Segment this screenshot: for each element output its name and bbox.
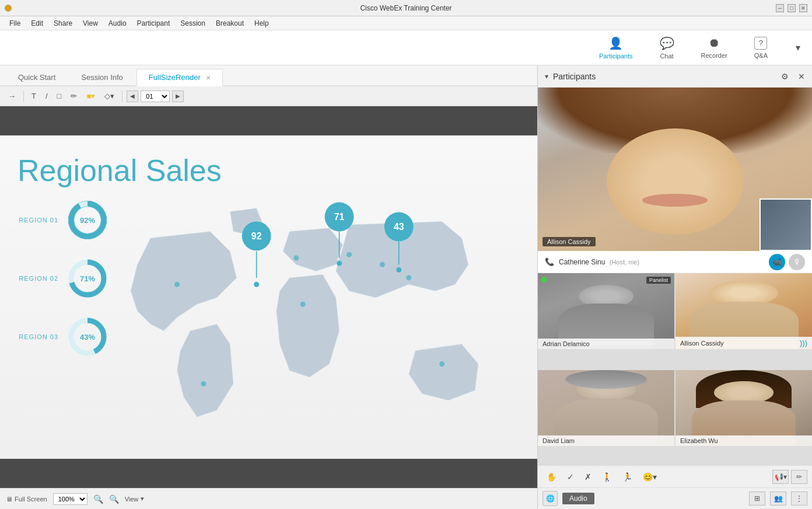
tabs-bar: Quick Start Session Info FullSizeRender … — [0, 65, 537, 86]
map-area: 92 71 43 — [111, 188, 508, 447]
participant-thumb-david — [538, 370, 674, 446]
page-select[interactable]: 01 — [141, 90, 170, 102]
emoji-button[interactable]: 😊▾ — [639, 470, 661, 484]
participants-icon: 👤 — [608, 36, 623, 50]
nav-recorder[interactable]: ⏺ Recorder — [696, 34, 732, 61]
host-video-button[interactable]: 📹 — [769, 254, 785, 270]
svg-text:92: 92 — [251, 231, 262, 241]
audio-icon-button[interactable]: 🌐 — [542, 491, 558, 506]
svg-point-9 — [174, 282, 180, 287]
participant-thumb-adrian — [538, 273, 674, 349]
menu-share[interactable]: Share — [49, 18, 77, 29]
broadcast-button[interactable]: 📢▾ — [772, 470, 789, 484]
nav-more-chevron[interactable]: ▾ — [796, 42, 800, 53]
nav-qa[interactable]: ? Q&A — [750, 34, 772, 61]
participants-collapse-chevron[interactable]: ▾ — [545, 72, 548, 81]
region-02-value: 71% — [80, 274, 95, 283]
close-hand-button[interactable]: ✗ — [580, 470, 596, 484]
view-label[interactable]: View ▾ — [125, 495, 145, 503]
menu-session[interactable]: Session — [176, 18, 210, 29]
menu-file[interactable]: File — [5, 18, 25, 29]
pointer-button[interactable]: ✏ — [791, 470, 807, 484]
draw-next-button[interactable]: ▶ — [172, 90, 184, 102]
window-controls: ─ □ ✕ — [776, 4, 807, 12]
secondary-video-feed — [760, 198, 812, 251]
minimize-button[interactable]: ─ — [776, 4, 784, 12]
svg-point-16 — [201, 381, 206, 386]
svg-point-14 — [406, 275, 411, 280]
participants-settings-icon[interactable]: ⚙ — [781, 72, 789, 81]
slide-bottom-bar — [0, 459, 537, 488]
participant-name-allison: Allison Cassidy ))) — [676, 337, 812, 349]
region-03-value: 43% — [80, 333, 95, 341]
tab-close-icon[interactable]: ✕ — [206, 75, 211, 81]
grid-view-button[interactable]: ⊞ — [749, 491, 765, 505]
recorder-icon: ⏺ — [708, 36, 720, 50]
window-dot — [5, 5, 12, 12]
draw-rect-tool[interactable]: □ — [54, 90, 65, 102]
svg-text:43: 43 — [394, 222, 404, 232]
menu-bar: File Edit Share View Audio Participant S… — [0, 16, 812, 30]
menu-breakout[interactable]: Breakout — [211, 18, 249, 29]
host-mic-button[interactable]: 🎙 — [789, 254, 805, 270]
checkmark-button[interactable]: ✓ — [563, 470, 578, 484]
more-options-button[interactable]: ⋮ — [791, 491, 807, 505]
zoom-out-button[interactable]: 🔍 — [109, 494, 119, 504]
nav-qa-label: Q&A — [754, 52, 768, 59]
draw-pen-tool[interactable]: ✏ — [67, 90, 80, 102]
raise-hand-button[interactable]: ✋ — [542, 470, 561, 484]
step-away-button[interactable]: 🏃 — [618, 470, 636, 484]
draw-text-tool[interactable]: T — [28, 90, 40, 102]
tab-sessioninfo[interactable]: Session Info — [69, 69, 135, 85]
menu-audio[interactable]: Audio — [104, 18, 131, 29]
svg-point-11 — [300, 302, 306, 307]
walk-button[interactable]: 🚶 — [598, 470, 616, 484]
slide-inner: Regional Sales REGION 01 — [18, 153, 520, 459]
menu-help[interactable]: Help — [250, 18, 274, 29]
menu-view[interactable]: View — [78, 18, 103, 29]
draw-color-tool[interactable]: ■▾ — [83, 90, 99, 102]
speaking-indicator-allison: ))) — [800, 339, 807, 347]
draw-prev-button[interactable]: ◀ — [127, 90, 138, 102]
monitor-icon: 🖥 — [6, 496, 12, 503]
title-bar: Cisco WebEx Training Center ─ □ ✕ — [0, 0, 812, 16]
participants-header: ▾ Participants ⚙ ✕ — [538, 65, 812, 88]
nav-buttons: 👤 Participants 💬 Chat ⏺ Recorder ? Q&A ▾ — [594, 34, 800, 62]
menu-edit[interactable]: Edit — [26, 18, 48, 29]
tab-fullsizerender[interactable]: FullSizeRender ✕ — [136, 69, 223, 86]
host-tag: (Host, me) — [610, 259, 639, 266]
tab-quickstart[interactable]: Quick Start — [6, 69, 68, 85]
region-02-chart: 71% — [67, 258, 108, 299]
nav-recorder-label: Recorder — [701, 52, 727, 59]
zoom-select[interactable]: 100% 75% 125% — [53, 493, 88, 505]
nav-chat[interactable]: 💬 Chat — [655, 34, 679, 62]
zoom-in-button[interactable]: 🔍 — [93, 494, 103, 504]
nav-chat-label: Chat — [660, 53, 673, 60]
fullscreen-icon-area: 🖥 Full Screen — [6, 496, 47, 503]
close-button[interactable]: ✕ — [799, 4, 807, 12]
nav-participants[interactable]: 👤 Participants — [594, 34, 637, 62]
host-row: 📞 Catherine Sinu (Host, me) 📹 🎙 — [538, 251, 812, 273]
participant-name-adrian: Adrian Delamico — [538, 339, 674, 349]
host-name: Catherine Sinu (Host, me) — [559, 258, 764, 266]
svg-point-10 — [293, 255, 299, 260]
region-01-value: 92% — [80, 216, 95, 225]
svg-text:71: 71 — [334, 212, 345, 222]
main-container: Quick Start Session Info FullSizeRender … — [0, 65, 812, 509]
slide-title: Regional Sales — [18, 153, 520, 188]
participant-card-david: David Liam — [538, 370, 674, 446]
add-participant-button[interactable]: 👥 — [770, 491, 786, 505]
participant-card-adrian: Panelist Adrian Delamico — [538, 273, 674, 349]
audio-button[interactable]: Audio — [562, 493, 594, 504]
participants-close-icon[interactable]: ✕ — [798, 72, 805, 81]
slide-content-area: Regional Sales REGION 01 — [0, 106, 537, 488]
draw-line-tool[interactable]: / — [42, 90, 51, 102]
online-indicator-adrian — [541, 277, 547, 283]
region-02-label: REGION 02 — [18, 275, 58, 282]
qa-icon: ? — [754, 37, 767, 50]
menu-participant[interactable]: Participant — [132, 18, 175, 29]
restore-button[interactable]: □ — [788, 4, 796, 12]
bottom-toolbar: ✋ ✓ ✗ 🚶 🏃 😊▾ 📢▾ ✏ — [538, 466, 812, 488]
draw-arrow-tool[interactable]: → — [5, 90, 19, 102]
draw-eraser-tool[interactable]: ◇▾ — [101, 90, 118, 102]
